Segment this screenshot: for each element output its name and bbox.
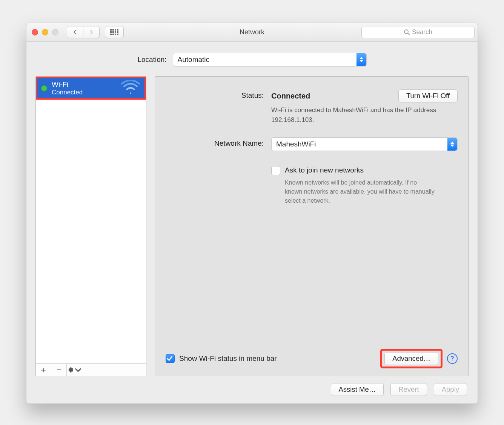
chevron-updown-icon — [447, 138, 457, 151]
ask-join-help: Known networks will be joined automatica… — [285, 178, 436, 205]
zoom-window-button — [52, 29, 58, 35]
ask-join-label: Ask to join new networks — [285, 166, 436, 174]
chevron-right-icon — [88, 29, 94, 35]
chevron-left-icon — [72, 29, 78, 35]
advanced-button[interactable]: Advanced… — [384, 352, 438, 365]
status-value: Connected — [271, 92, 310, 100]
location-select[interactable]: Automatic — [173, 53, 367, 66]
status-description: Wi-Fi is connected to MaheshWiFi and has… — [271, 105, 437, 125]
services-sidebar: Wi-Fi Connected — [35, 76, 146, 376]
show-status-label: Show Wi-Fi status in menu bar — [179, 354, 277, 363]
apply-button: Apply — [434, 383, 467, 396]
revert-button: Revert — [390, 383, 427, 396]
back-button[interactable] — [67, 26, 83, 38]
sidebar-item-wifi[interactable]: Wi-Fi Connected — [36, 77, 146, 100]
ask-join-checkbox[interactable] — [271, 166, 280, 175]
forward-button[interactable] — [83, 26, 100, 38]
network-name-select[interactable]: MaheshWiFi — [271, 137, 458, 151]
location-label: Location: — [137, 55, 166, 64]
minimize-window-button[interactable] — [42, 29, 48, 35]
network-preferences-window: Network Search Location: Automatic — [26, 23, 478, 404]
add-service-button[interactable]: ＋ — [36, 364, 51, 376]
status-label: Status: — [166, 89, 264, 100]
chevron-updown-icon — [356, 53, 366, 66]
network-name-value: MaheshWiFi — [276, 140, 316, 148]
service-detail-pane: Status: Connected Turn Wi-Fi Off Wi-Fi i… — [155, 76, 469, 376]
location-row: Location: Automatic — [26, 42, 478, 76]
wifi-icon — [120, 80, 141, 96]
network-name-label: Network Name: — [166, 137, 264, 148]
location-value: Automatic — [178, 55, 209, 64]
status-dot-icon — [41, 85, 47, 91]
window-controls — [32, 29, 58, 35]
nav-segment — [67, 26, 100, 38]
grid-icon — [110, 29, 118, 35]
show-status-checkbox[interactable] — [166, 354, 175, 363]
advanced-highlight: Advanced… — [380, 349, 443, 368]
show-all-button[interactable] — [105, 26, 124, 38]
assist-me-button[interactable]: Assist Me… — [331, 383, 384, 396]
chevron-down-icon — [75, 366, 81, 373]
search-input[interactable] — [361, 26, 475, 38]
service-name: Wi-Fi — [52, 80, 83, 89]
service-actions-button[interactable] — [67, 364, 82, 376]
help-button[interactable]: ? — [447, 353, 458, 364]
services-list: Wi-Fi Connected — [36, 77, 146, 363]
service-subtitle: Connected — [52, 89, 83, 96]
panels: Wi-Fi Connected — [26, 76, 478, 376]
toggle-wifi-button[interactable]: Turn Wi-Fi Off — [398, 89, 458, 102]
remove-service-button[interactable]: − — [51, 364, 67, 376]
titlebar: Network Search — [26, 23, 478, 42]
close-window-button[interactable] — [32, 29, 38, 35]
sidebar-toolbar: ＋ − — [36, 363, 146, 376]
gear-icon — [67, 366, 74, 373]
footer: Assist Me… Revert Apply — [26, 376, 478, 403]
